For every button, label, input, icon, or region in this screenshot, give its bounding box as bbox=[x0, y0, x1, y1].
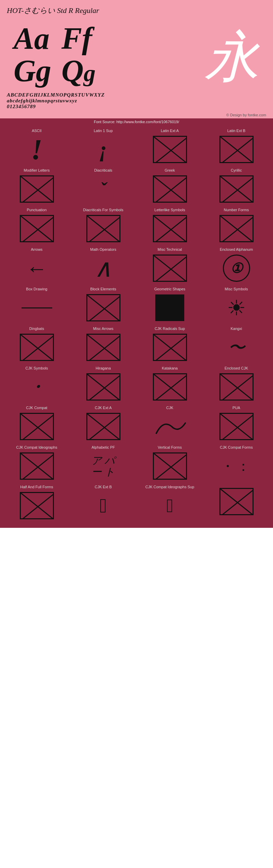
svg-line-33 bbox=[220, 374, 254, 401]
svg-line-13 bbox=[87, 216, 120, 242]
grid-cell-6-1: Hiragana bbox=[74, 366, 132, 402]
cell-content-0-0: ! bbox=[11, 134, 62, 165]
digits: 0123456789 bbox=[7, 104, 266, 110]
svg-line-5 bbox=[21, 176, 54, 203]
grid-cell-6-2: Katakana bbox=[141, 366, 199, 402]
cell-label-3-3: Enclosed Alphanum bbox=[220, 247, 253, 251]
svg-line-9 bbox=[220, 176, 254, 203]
cell-label-8-2: Vertical Forms bbox=[158, 445, 182, 449]
cell-content-5-3: 〜 bbox=[211, 332, 262, 363]
cell-label-9-0: Half And Full Forms bbox=[20, 485, 53, 489]
cell-label-5-0: Dingbats bbox=[29, 327, 44, 331]
cell-label-6-0: CJK Symbols bbox=[25, 366, 48, 370]
cell-content-4-1 bbox=[78, 292, 129, 323]
source-line: Font Source: http://www.fontke.com/font/… bbox=[0, 118, 273, 125]
preview-aa: Aa bbox=[14, 21, 49, 56]
cell-label-4-0: Box Drawing bbox=[26, 287, 47, 291]
cell-content-0-2 bbox=[144, 134, 196, 165]
cell-inner-2-2 bbox=[153, 215, 187, 242]
cell-label-7-2: CJK bbox=[166, 406, 173, 410]
grid-cell-4-0: Box Drawing bbox=[8, 287, 66, 323]
cell-content-7-1 bbox=[78, 411, 129, 442]
cell-inner-9-1: 𠀀 bbox=[100, 494, 107, 517]
cell-content-8-2 bbox=[144, 451, 196, 481]
cell-inner-4-0 bbox=[21, 307, 52, 308]
svg-line-27 bbox=[154, 335, 187, 361]
cell-label-1-1: Diacriticals bbox=[94, 168, 112, 172]
cell-inner-8-3: ・： bbox=[221, 457, 252, 476]
cell-inner-2-0 bbox=[20, 215, 54, 242]
grid-cell-6-0: CJK Symbols・ bbox=[8, 366, 66, 402]
grid-cell-3-0: Arrows← bbox=[8, 247, 66, 284]
cell-inner-6-3 bbox=[219, 373, 254, 401]
cell-label-7-1: CJK Ext A bbox=[95, 406, 112, 410]
cell-content-6-2 bbox=[144, 372, 196, 402]
grid-cell-2-2: Letterlike Symbols bbox=[141, 208, 199, 244]
cell-inner-4-3: ☀ bbox=[227, 295, 246, 320]
grid-cell-0-2: Latin Ext A bbox=[141, 129, 199, 165]
cell-content-6-0: ・ bbox=[11, 372, 62, 402]
preview-fi: Ff bbox=[61, 21, 92, 56]
svg-line-25 bbox=[87, 335, 120, 361]
cell-content-4-3: ☀ bbox=[211, 292, 262, 323]
cell-content-0-1: ¡ bbox=[78, 134, 129, 165]
cell-label-1-3: Cyrillic bbox=[231, 168, 242, 172]
cell-inner-1-0 bbox=[20, 175, 54, 203]
cell-content-1-1: ˇ bbox=[78, 174, 129, 204]
cell-content-5-2 bbox=[144, 332, 196, 363]
cell-content-2-0 bbox=[11, 213, 62, 244]
cell-content-5-0 bbox=[11, 332, 62, 363]
svg-line-47 bbox=[220, 489, 254, 515]
cell-label-9-2: CJK Compat Ideographs Sup bbox=[145, 485, 194, 489]
grid-row-4: Box DrawingBlock ElementsGeometric Shape… bbox=[3, 287, 270, 323]
grid-cell-5-1: Misc Arrows bbox=[74, 327, 132, 363]
cell-content-0-3 bbox=[211, 134, 262, 165]
grid-cell-4-2: Geometric Shapes bbox=[141, 287, 199, 323]
cell-inner-8-0 bbox=[20, 452, 54, 480]
cell-label-7-0: CJK Compat bbox=[26, 406, 47, 410]
preview-gg: Gg bbox=[14, 53, 51, 88]
grid-cell-9-2: CJK Compat Ideographs Sup𪜶 bbox=[141, 485, 199, 521]
grid-cell-5-0: Dingbats bbox=[8, 327, 66, 363]
svg-line-43 bbox=[154, 453, 187, 480]
grid-row-2: PunctuationDiacriticals For SymbolsLette… bbox=[3, 208, 270, 244]
cell-label-3-1: Math Operators bbox=[90, 247, 116, 251]
kanji-svg: 永 bbox=[198, 19, 266, 86]
cell-content-6-1 bbox=[78, 372, 129, 402]
cell-inner-6-1 bbox=[86, 373, 120, 401]
cell-label-0-2: Latin Ext A bbox=[161, 129, 179, 133]
cell-content-7-2 bbox=[144, 411, 196, 442]
svg-text:永: 永 bbox=[205, 27, 260, 86]
grid-cell-3-3: Enclosed Alphanum① bbox=[207, 247, 265, 284]
cell-content-6-3 bbox=[211, 372, 262, 402]
preview-qq: Qg bbox=[61, 53, 96, 88]
svg-line-29 bbox=[87, 374, 120, 401]
cell-label-3-2: Misc Technical bbox=[158, 247, 182, 251]
svg-line-1 bbox=[154, 137, 187, 163]
cell-label-2-2: Letterlike Symbols bbox=[155, 208, 185, 212]
cell-label-4-2: Geometric Shapes bbox=[154, 287, 185, 291]
cell-inner-8-1: ア パー ト bbox=[91, 455, 115, 477]
cell-inner-9-0 bbox=[20, 492, 54, 519]
cell-content-9-3 bbox=[211, 486, 262, 517]
cell-label-2-1: Diacriticals For Symbols bbox=[83, 208, 124, 212]
svg-line-35 bbox=[21, 414, 54, 440]
cell-label-5-3: Kangxi bbox=[231, 327, 242, 331]
grid-cell-0-0: ASCII! bbox=[8, 129, 66, 165]
cell-inner-3-2 bbox=[153, 255, 187, 282]
alphabet-section: ABCDEFGHIJKLMNOPQRSTUVWXYZ abcdefghijklm… bbox=[0, 91, 273, 112]
cell-label-4-1: Block Elements bbox=[90, 287, 116, 291]
cell-inner-9-3 bbox=[219, 488, 254, 515]
cell-inner-5-2 bbox=[153, 334, 187, 361]
cell-content-7-0 bbox=[11, 411, 62, 442]
grid-cell-7-0: CJK Compat bbox=[8, 406, 66, 442]
svg-line-39 bbox=[220, 414, 254, 440]
cell-label-2-0: Punctuation bbox=[27, 208, 46, 212]
svg-line-41 bbox=[21, 453, 54, 480]
cell-content-3-3: ① bbox=[211, 253, 262, 284]
cell-content-1-0 bbox=[11, 174, 62, 204]
cell-label-6-3: Enclosed CJK bbox=[225, 366, 248, 370]
cell-content-3-1: ∧ bbox=[78, 253, 129, 284]
grid-cell-7-1: CJK Ext A bbox=[74, 406, 132, 442]
cell-inner-8-2 bbox=[153, 452, 187, 480]
